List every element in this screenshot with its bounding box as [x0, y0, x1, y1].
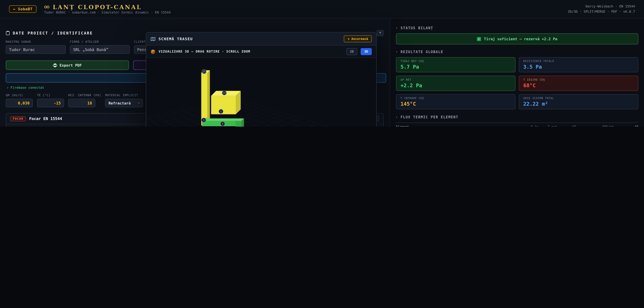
collapse-project-button[interactable]: ▼ — [377, 30, 384, 36]
svg-text:4: 4 — [222, 122, 223, 125]
focar-title: Focar EN 15544 — [29, 116, 62, 121]
chain-logo-icon — [44, 5, 50, 10]
t-ie-ire-co-stat-card: T IEȘIRE COȘ68°C — [519, 76, 638, 91]
app-subtitle: Tudor BURAC · sobarbun.com · Simulator t… — [44, 11, 171, 14]
qm-kg-s-inputwrap — [6, 99, 33, 107]
te-c-inputwrap — [37, 99, 64, 107]
te-c-field: TE [°C] — [37, 94, 64, 107]
flux-col-t: ΔT — [557, 125, 576, 127]
p-net-stat-card: ΔP NET+2.2 Pa — [396, 76, 516, 91]
status-section-header: ▸ STATUS BILANȚ — [396, 26, 638, 30]
view-2d-button[interactable]: 2D — [346, 48, 358, 55]
map-icon — [151, 37, 156, 41]
tiraj-net-co-stat-card: TIRAJ NET COȘ5.7 Pa — [396, 57, 516, 72]
topbar: ← SobaBT LANȚ CLOPOT-CANAL Tudor BURAC ·… — [0, 0, 644, 19]
flux-col-ntu: NTU/ε% — [576, 125, 614, 127]
flux-col-p: ΔP — [614, 125, 638, 127]
t-intrare-co-stat-card: T INTRARE COȘ145°C — [396, 94, 516, 109]
app-logo: LANȚ CLOPOT-CANAL Tudor BURAC · sobarbun… — [44, 4, 171, 14]
rez-intern-pa-input[interactable] — [68, 99, 95, 107]
export-pdf-button[interactable]: Export PDF — [6, 61, 129, 70]
rez-intern-pa-label: REZ. INTERNĂ [PA] — [68, 94, 101, 97]
viz-label: VIZUALIZARE 3D — DRAG ROTIRE · SCROLL ZO… — [158, 50, 250, 53]
firm-atelier-inputwrap — [70, 45, 130, 54]
viz-toolbar: VIZUALIZARE 3D — DRAG ROTIRE · SCROLL ZO… — [146, 46, 376, 58]
cube-icon — [151, 49, 156, 54]
flux-section-header: ▸ FLUX TERMIC PER ELEMENT — [396, 115, 638, 119]
svg-text:3: 3 — [203, 119, 204, 121]
app-root: ← SobaBT LANȚ CLOPOT-CANAL Tudor BURAC ·… — [0, 0, 644, 127]
view-3d-button[interactable]: 3D — [360, 48, 372, 55]
version-info: 2D/3D · SPLIT/MERGE · PDF · v6.8.7 — [568, 9, 635, 15]
maestru-sobar-inputwrap — [6, 45, 66, 54]
section-arrow-icon: ▸ — [396, 115, 398, 119]
check-icon: ✔ — [477, 37, 481, 41]
svg-text:15: 15 — [203, 70, 206, 73]
rez-intern-pa-field: REZ. INTERNĂ [PA] — [68, 94, 101, 107]
maestru-sobar-label: MAESTRU SOBAR — [6, 40, 66, 44]
back-button[interactable]: ← SobaBT — [9, 6, 37, 13]
te-c-label: TE [°C] — [37, 94, 64, 97]
status-banner: ✔ Tiraj suficient — rezervă +2.2 Pa — [396, 33, 638, 45]
chevron-down-icon: ▾ — [138, 101, 140, 105]
scene-3d-geometry: 151423456 — [146, 58, 376, 127]
material-implicit-label: MATERIAL IMPLICIT — [105, 94, 143, 97]
clipboard-icon — [6, 31, 10, 35]
material-implicit-select[interactable]: Refractară▾ — [105, 99, 143, 107]
arie-schimb-total-stat-card: ARIE SCHIMB TOTAL22.22 m² — [519, 94, 638, 109]
qm-kg-s-label: QM [KG/S] — [6, 94, 33, 97]
app-title: LANȚ CLOPOT-CANAL — [53, 4, 142, 10]
firm-atelier-label: FIRMĂ / ATELIER — [70, 40, 130, 44]
maestru-sobar-field: MAESTRU SOBAR — [6, 40, 66, 54]
traseu-modal-title: SCHEMĂ TRASEU — [158, 37, 193, 41]
focar-tag: FOCAR — [10, 116, 26, 121]
qm-kg-s-input[interactable] — [6, 99, 32, 107]
flux-table-header: ElementT inT outΔTNTU/ε%ΔP — [396, 123, 638, 127]
printer-icon — [53, 63, 57, 67]
qm-kg-s-field: QM [KG/S] — [6, 94, 33, 107]
rezisten-total-stat-card: REZISTENȚĂ TOTALĂ3.5 Pa — [519, 57, 638, 72]
project-section-title: DATE PROIECT / IDENTIFICARE — [13, 31, 93, 35]
svg-text:14: 14 — [223, 92, 226, 94]
firm-atelier-input[interactable] — [70, 46, 129, 53]
method-info: Darcy-Weisbach · EN 15544 — [568, 4, 635, 9]
global-results-grid: TIRAJ NET COȘ5.7 PaREZISTENȚĂ TOTALĂ3.5 … — [396, 57, 638, 109]
material-implicit-field: MATERIAL IMPLICITRefractară▾ — [105, 94, 143, 107]
flux-col-t-out: T out — [538, 125, 557, 127]
flux-col-t-in: T in — [519, 125, 538, 127]
scene-3d-canvas[interactable]: 151423456 Focar / CuptorClopotCanal — [146, 58, 376, 127]
results-panel: ▸ STATUS BILANȚ ✔ Tiraj suficient — reze… — [390, 19, 644, 127]
topbar-info: Darcy-Weisbach · EN 15544 2D/3D · SPLIT/… — [568, 4, 635, 14]
anchor-button[interactable]: × Ancorează — [344, 35, 372, 42]
traseu-modal-header[interactable]: SCHEMĂ TRASEU × Ancorează — [146, 33, 376, 46]
te-c-input[interactable] — [37, 99, 64, 107]
flux-col-element: Element — [396, 125, 519, 127]
section-arrow-icon: ▸ — [396, 26, 398, 30]
rez-intern-pa-inputwrap — [68, 99, 96, 107]
traseu-modal: SCHEMĂ TRASEU × Ancorează VIZUALIZARE 3D… — [146, 32, 377, 127]
maestru-sobar-input[interactable] — [6, 46, 65, 53]
results-section-header: ▸ REZULTATE GLOBALE — [396, 50, 638, 54]
flux-table: ElementT inT outΔTNTU/ε%ΔPFocar (Tg EN 1… — [396, 123, 638, 127]
svg-text:2: 2 — [220, 110, 222, 113]
section-arrow-icon: ▸ — [396, 50, 398, 53]
firm-atelier-field: FIRMĂ / ATELIER — [70, 40, 130, 54]
